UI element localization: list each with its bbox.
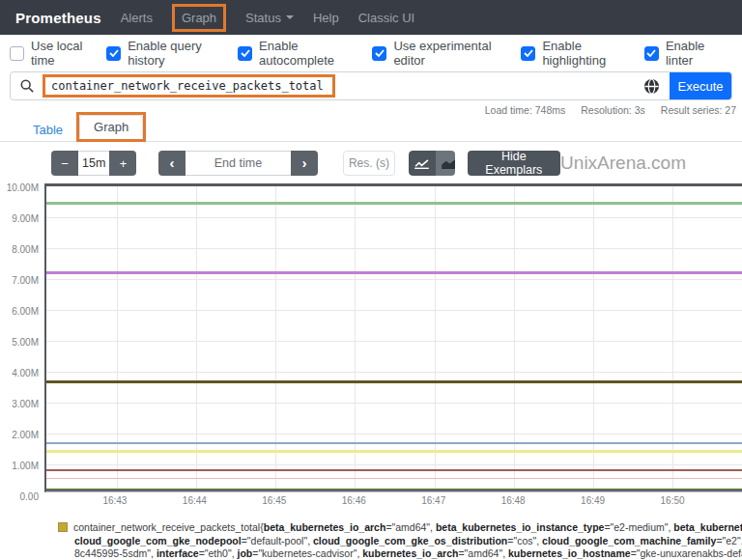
y-tick-label: 4.00M xyxy=(0,368,39,378)
checkbox-enable-autocomplete[interactable]: Enable autocomplete xyxy=(238,39,372,68)
y-tick-label: 6.00M xyxy=(0,306,39,317)
series-line-series-olive xyxy=(46,380,742,383)
time-back-button[interactable]: ‹ xyxy=(158,151,186,176)
checkbox-enable-highlighting[interactable]: Enable highlighting xyxy=(521,39,643,68)
series-line-series-green-high xyxy=(46,202,742,205)
chart: 0.001.00M2.00M3.00M4.00M5.00M6.00M7.00M8… xyxy=(0,183,742,508)
nav-item-classic-ui[interactable]: Classic UI xyxy=(358,11,415,25)
checkbox-checked-icon[interactable] xyxy=(521,46,535,61)
gridline-v xyxy=(196,186,197,491)
checkbox-use-local-time[interactable]: Use local time xyxy=(10,39,106,68)
nav-item-help[interactable]: Help xyxy=(313,11,339,25)
legend-line: 8c445995-5sdm", interface="eth0", job="k… xyxy=(58,547,742,560)
nav-item-graph[interactable]: Graph xyxy=(172,4,226,32)
nav-item-alerts[interactable]: Alerts xyxy=(121,11,153,25)
checkbox-label: Enable query history xyxy=(128,39,238,68)
gridline-v xyxy=(672,186,673,491)
line-chart-icon[interactable] xyxy=(409,151,436,176)
stat-resolution: Resolution: 3s xyxy=(581,104,645,116)
series-line-series-light-pink xyxy=(46,478,742,480)
settings-row: Use local time Enable query history Enab… xyxy=(0,37,742,70)
gridline-v xyxy=(593,186,594,491)
gridline-h xyxy=(46,434,742,434)
checkbox-checked-icon[interactable] xyxy=(372,46,386,61)
x-tick-label: 16:43 xyxy=(102,495,127,506)
series-line-series-purple-mid xyxy=(46,271,742,274)
x-tick-label: 16:45 xyxy=(262,495,286,506)
plot-area[interactable] xyxy=(44,183,742,492)
checkbox-checked-icon[interactable] xyxy=(238,46,252,61)
hide-exemplars-button[interactable]: Hide Exemplars xyxy=(468,151,561,176)
x-tick-label: 16:44 xyxy=(183,495,207,506)
legend-swatch[interactable] xyxy=(58,522,68,532)
y-tick-label: 8.00M xyxy=(0,244,39,255)
gridline-h xyxy=(46,248,742,249)
gridline-h xyxy=(46,341,742,342)
y-tick-label: 10.00M xyxy=(0,182,39,193)
checkbox-unchecked-icon[interactable] xyxy=(10,46,24,61)
chevron-down-icon xyxy=(286,15,294,19)
query-input-group: container_network_receive_packets_total … xyxy=(10,71,732,100)
range-stepper: − 15m + xyxy=(51,151,136,176)
legend-line: cloud_google_com_gke_nodepool="default-p… xyxy=(58,535,742,548)
y-tick-label: 1.00M xyxy=(0,461,39,471)
query-expression-input[interactable]: container_network_receive_packets_total xyxy=(43,74,335,98)
query-row: container_network_receive_packets_total … xyxy=(10,71,732,100)
series-line-series-maroon xyxy=(46,469,742,471)
app-brand[interactable]: Prometheus xyxy=(15,10,101,26)
gridline-h xyxy=(46,372,742,373)
series-line-series-steel-blue xyxy=(46,442,742,444)
panel-tabbar: Table Graph xyxy=(0,117,742,142)
checkbox-checked-icon[interactable] xyxy=(644,46,659,61)
checkbox-enable-query-history[interactable]: Enable query history xyxy=(106,39,238,68)
range-increase-button[interactable]: + xyxy=(109,151,136,176)
y-tick-label: 0.00 xyxy=(0,491,39,502)
y-tick-label: 3.00M xyxy=(0,399,39,409)
annotation-box-graph-tab: Graph xyxy=(76,112,146,142)
gridline-v xyxy=(355,186,356,491)
x-tick-label: 16:46 xyxy=(342,495,366,506)
nav-item-status[interactable]: Status xyxy=(245,11,294,25)
checkbox-label: Use experimental editor xyxy=(393,39,521,68)
watermark-text: UnixArena.com xyxy=(560,153,686,174)
end-time-input[interactable]: End time xyxy=(186,151,291,176)
gridline-v xyxy=(117,186,118,491)
gridline-h xyxy=(46,403,742,404)
gridline-v xyxy=(275,186,276,491)
time-stepper: ‹ End time › xyxy=(158,151,318,176)
stacked-chart-icon[interactable] xyxy=(436,151,456,176)
legend-lines: container_network_receive_packets_total{… xyxy=(58,521,742,560)
top-navbar: Prometheus Alerts Graph Status Help Clas… xyxy=(0,0,742,35)
stat-load-time: Load time: 748ms xyxy=(485,104,565,116)
execute-button[interactable]: Execute xyxy=(670,71,731,100)
y-tick-label: 7.00M xyxy=(0,275,39,286)
range-input[interactable]: 15m xyxy=(78,151,109,176)
y-tick-label: 5.00M xyxy=(0,337,39,348)
y-tick-label: 2.00M xyxy=(0,430,39,440)
checkbox-label: Enable linter xyxy=(666,39,732,68)
x-tick-label: 16:50 xyxy=(661,495,685,506)
nav-item-graph-label: Graph xyxy=(182,11,216,25)
series-line-series-pale-yellow xyxy=(46,450,742,453)
tab-graph[interactable]: Graph xyxy=(79,115,143,139)
checkbox-label: Enable autocomplete xyxy=(259,39,372,68)
metrics-explorer-globe-icon[interactable] xyxy=(643,78,660,95)
graph-controls: − 15m + ‹ End time › Res. (s) Hide Exemp… xyxy=(51,151,742,176)
gridline-h xyxy=(46,310,742,311)
x-axis-labels: 16:4316:4416:4516:4616:4716:4816:4916:50 xyxy=(44,492,742,508)
search-icon xyxy=(20,79,34,93)
resolution-input[interactable]: Res. (s) xyxy=(343,151,395,176)
checkbox-checked-icon[interactable] xyxy=(106,46,121,61)
legend: container_network_receive_packets_total{… xyxy=(58,521,742,560)
gridline-v xyxy=(435,186,436,491)
range-decrease-button[interactable]: − xyxy=(51,151,78,176)
gridline-v xyxy=(514,186,515,491)
x-tick-label: 16:47 xyxy=(421,495,445,506)
tab-table[interactable]: Table xyxy=(19,119,76,141)
checkbox-enable-linter[interactable]: Enable linter xyxy=(644,39,732,68)
gridline-h xyxy=(46,217,742,218)
checkbox-use-experimental-editor[interactable]: Use experimental editor xyxy=(372,39,521,68)
time-forward-button[interactable]: › xyxy=(291,151,318,176)
stat-result-series: Result series: 27 xyxy=(661,104,736,116)
checkbox-label: Use local time xyxy=(31,39,106,68)
